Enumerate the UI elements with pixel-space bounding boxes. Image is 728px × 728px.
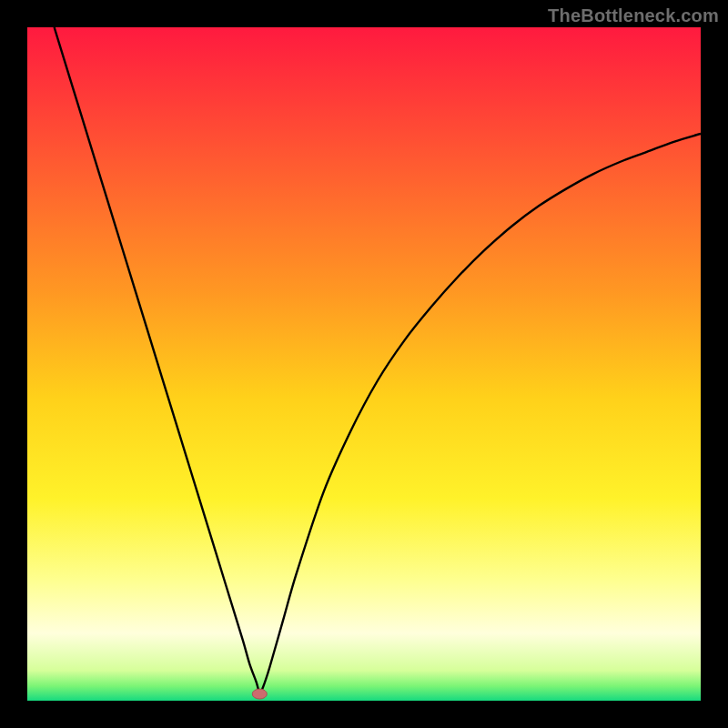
watermark-text: TheBottleneck.com xyxy=(548,5,719,26)
chart-background xyxy=(27,27,701,701)
outer-frame: TheBottleneck.com xyxy=(0,0,728,728)
chart-svg xyxy=(27,27,701,701)
minimum-marker xyxy=(252,689,267,699)
chart-plot-area xyxy=(27,27,701,701)
